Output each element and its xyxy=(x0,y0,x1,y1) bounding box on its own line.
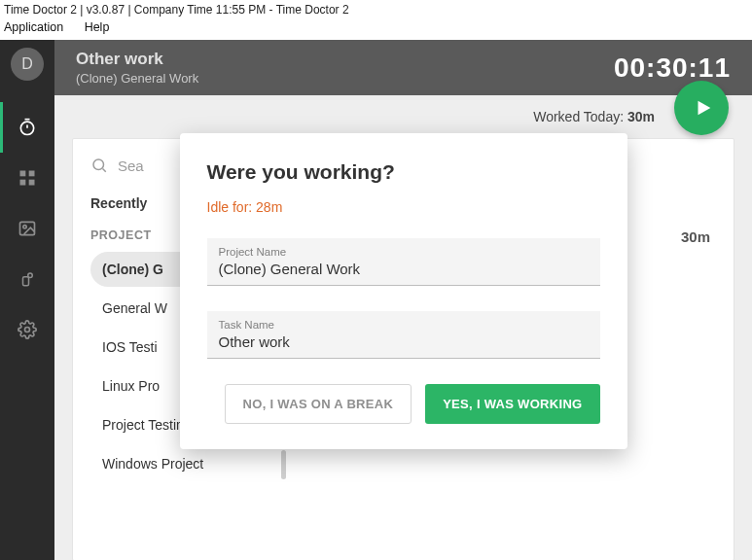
svg-rect-7 xyxy=(23,277,29,286)
nav-timer[interactable] xyxy=(0,102,54,153)
window-title: Time Doctor 2 | v3.0.87 | Company Time 1… xyxy=(0,0,752,18)
modal-title: Were you working? xyxy=(207,160,600,184)
nav-screenshots[interactable] xyxy=(0,203,54,254)
svg-point-6 xyxy=(23,226,26,228)
svg-rect-3 xyxy=(20,180,26,186)
nav-dashboard[interactable] xyxy=(0,153,54,203)
nav-settings[interactable] xyxy=(0,304,54,355)
task-name-field[interactable]: Task Name Other work xyxy=(207,311,600,359)
modal-overlay: Were you working? Idle for: 28m Project … xyxy=(54,40,752,560)
project-name-value: (Clone) General Work xyxy=(219,261,589,277)
menubar: Application Help xyxy=(0,18,752,40)
addon-icon xyxy=(18,270,36,288)
svg-rect-1 xyxy=(20,171,26,177)
idle-duration-text: Idle for: 28m xyxy=(207,199,600,215)
gear-icon xyxy=(18,320,37,339)
avatar[interactable]: D xyxy=(11,48,44,81)
task-name-label: Task Name xyxy=(219,319,589,331)
break-button[interactable]: NO, I WAS ON A BREAK xyxy=(225,384,412,424)
task-name-value: Other work xyxy=(219,333,589,350)
svg-point-9 xyxy=(25,328,30,332)
image-icon xyxy=(18,219,37,238)
svg-rect-2 xyxy=(29,171,35,177)
sidebar: D xyxy=(0,40,54,560)
project-name-label: Project Name xyxy=(219,246,589,258)
project-name-field[interactable]: Project Name (Clone) General Work xyxy=(207,238,600,286)
menu-help[interactable]: Help xyxy=(85,20,110,34)
svg-rect-4 xyxy=(29,180,35,186)
main-panel: Other work (Clone) General Work 00:30:11… xyxy=(54,40,752,560)
idle-modal: Were you working? Idle for: 28m Project … xyxy=(180,133,627,449)
working-button[interactable]: YES, I WAS WORKING xyxy=(425,384,599,424)
stopwatch-icon xyxy=(18,118,37,137)
grid-icon xyxy=(18,168,37,188)
menu-application[interactable]: Application xyxy=(4,20,63,34)
svg-point-8 xyxy=(28,273,33,278)
nav-integrations[interactable] xyxy=(0,254,54,304)
